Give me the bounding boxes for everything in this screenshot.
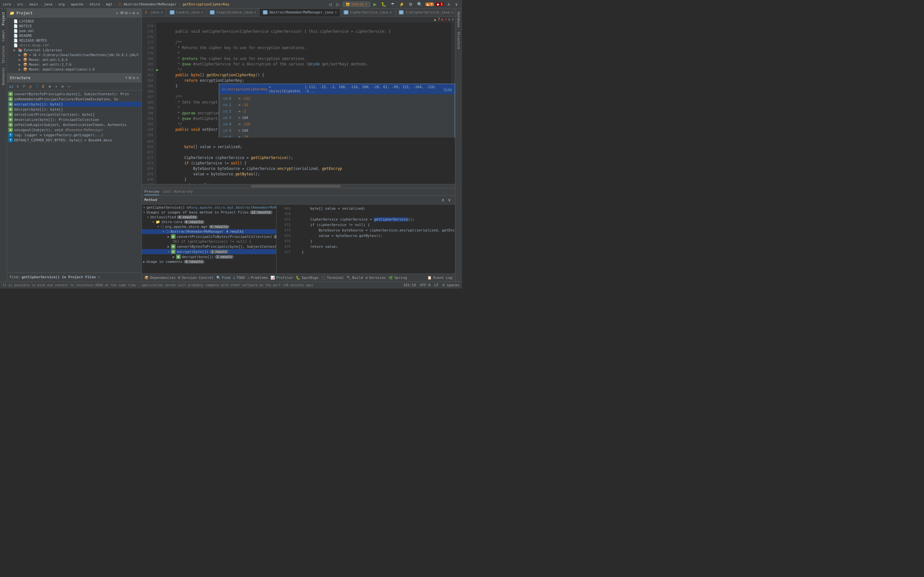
preview-tab-preview[interactable]: Preview (144, 189, 159, 195)
struct-field[interactable]: f (34, 84, 40, 89)
chevron-up-button[interactable]: ∧ (446, 1, 452, 7)
tab-close-icon[interactable]: ✕ (390, 10, 392, 15)
tab-close-icon[interactable]: ✕ (334, 10, 337, 15)
tree-item-aopalliance[interactable]: ▶ 📦 Maven: aopalliance:aopalliance:1.0 (7, 67, 142, 72)
struct-serialize[interactable]: m serialize(PrincipalCollection): byte[] (7, 112, 142, 117)
debug-item-5[interactable]: ○① 5 = 100 (219, 127, 455, 134)
struct-more[interactable]: ⋯ (66, 84, 72, 89)
chevron-down-button[interactable]: ∨ (454, 1, 459, 7)
struct-decrypt[interactable]: m decrypt(byte[]): byte[] (7, 107, 142, 112)
navigate-back-button[interactable]: ◁ (327, 1, 333, 7)
editor-horizontal-scrollbar[interactable] (142, 184, 455, 188)
sidebar-tab-bookmarks[interactable]: Bookmarks (1, 66, 6, 87)
find-result-org-pkg[interactable]: ▾ ⬡ org.apache.shiro.mgt 4 results (142, 224, 276, 229)
run-config[interactable]: 🐱 tomcat ▾ (342, 2, 370, 7)
find-result-usage-comments[interactable]: ▶ Usage in comments 8 results (142, 259, 276, 264)
tab-close-icon[interactable]: ✕ (201, 10, 204, 15)
second-code-content[interactable]: byte[] value = serialized; CipherService… (163, 137, 455, 184)
structure-sort-icon[interactable]: ⬍ (125, 75, 128, 80)
right-tab-structure[interactable]: Structure (456, 30, 461, 51)
struct-on-logout[interactable]: m onLogout(Subject): void #RememberMeMan… (7, 127, 142, 132)
struct-sort-az[interactable]: az (8, 84, 14, 89)
breadcrumb-main[interactable]: main (29, 2, 38, 6)
tool-todo[interactable]: ☑ TODO (233, 276, 245, 280)
code-editor[interactable]: 174 175 176 177 178 179 180 181 182 183 … (142, 22, 455, 137)
tree-item-release-notes[interactable]: 📄 RELEASE-NOTES (7, 38, 142, 43)
struct-convert-bytes[interactable]: m convertBytesToPrincipals(byte[], Subje… (7, 91, 142, 97)
breadcrumb-org[interactable]: org (58, 2, 65, 6)
sidebar-tab-structure[interactable]: Structure (1, 44, 6, 65)
tool-find[interactable]: 🔍 Find (216, 276, 231, 280)
tree-item-jdk[interactable]: ▶ 📦 < 16 > /Library/Java/JavaVirtualMach… (7, 53, 142, 57)
breadcrumb-src[interactable]: src (17, 2, 23, 6)
struct-encrypt[interactable]: m encrypt(byte[]): byte[] (7, 102, 142, 107)
struct-inherited[interactable]: ↑ (53, 84, 59, 89)
struct-public[interactable]: P (21, 84, 27, 89)
find-close-button[interactable]: × (98, 275, 100, 279)
struct-all[interactable]: ⊕ (47, 84, 53, 89)
debug-item-1[interactable]: ○① 1 = -15 (219, 102, 455, 108)
breadcrumb-core[interactable]: core (3, 2, 11, 6)
tool-dependencies[interactable]: 📦 Dependencies (144, 276, 176, 280)
debug-button[interactable]: 🐛 (380, 1, 388, 7)
tool-terminal[interactable]: ⬛ Terminal (321, 276, 344, 280)
tool-profiler[interactable]: 📊 Profiler (270, 276, 293, 280)
debug-item-4[interactable]: ○① 4 = -116 (219, 121, 455, 127)
debug-item-6[interactable]: ○① 6 = -28 (219, 134, 455, 137)
structure-settings-icon[interactable]: ⚙ (132, 75, 135, 80)
project-settings-icon[interactable]: ⚙ (132, 11, 135, 15)
tool-version-control[interactable]: ⑆ Version Control (178, 276, 213, 280)
tab-simplecookie[interactable]: ⬡ SimpleCookie.java ✕ (207, 9, 260, 17)
right-tab-database[interactable]: Database (456, 10, 461, 29)
tool-problems[interactable]: ⚠ Problems (247, 276, 268, 280)
tree-item-antlr[interactable]: ▶ 📦 Maven: ant:antlr:2.7.6 (7, 62, 142, 67)
struct-filter[interactable]: ⊘ (60, 84, 65, 89)
find-result-decrypt[interactable]: ▶ m decrypt(byte[]) 1 result (142, 254, 276, 259)
run-gutter-icon[interactable]: ▶ (156, 67, 159, 72)
tab-cipherservice[interactable]: ⬡ CipherService.java ✕ (341, 9, 396, 17)
project-dots-icon[interactable]: ⋯ (129, 11, 132, 15)
breadcrumb-method[interactable]: getEncryptionCipherKey (183, 2, 229, 6)
tree-item-shiro-doap[interactable]: 📄 shiro.doap.rdf (7, 43, 142, 48)
breadcrumb-class[interactable]: AbstractRememberMeManager (124, 2, 177, 6)
breadcrumb-java[interactable]: java (44, 2, 53, 6)
coverage-button[interactable]: ☂ (389, 1, 396, 7)
struct-default-cipher[interactable]: f DEFAULT_CIPHER_KEY_BYTES: byte[] = Bas… (7, 137, 142, 143)
find-result-code-361[interactable]: 361 if (getCipherService() != null) { (142, 239, 276, 244)
find-result-usages-header[interactable]: ▾ Usages or usages of base method in Pro… (142, 210, 276, 215)
chevron-up-scroll[interactable]: ∧ (448, 17, 451, 21)
tool-build[interactable]: 🔨 Build (347, 276, 363, 280)
find-result-method-header[interactable]: ▾ getCipherService() of org.apache.shiro… (142, 205, 276, 210)
tab-close-icon[interactable]: ✕ (254, 10, 256, 15)
find-code-preview[interactable]: 469 byte[] value = serialized; 470 471 C… (276, 205, 455, 274)
project-dropdown-icon[interactable]: ▾ (116, 11, 118, 15)
struct-private[interactable]: p (27, 84, 33, 89)
struct-on-failed-login[interactable]: m onFailedLogin(Subject, AuthenticationT… (7, 122, 142, 127)
second-code-area[interactable]: 469 470 471 472 473 474 475 476 477 byte… (142, 137, 455, 184)
tab-close-icon[interactable]: ✕ (451, 10, 454, 15)
tool-spring[interactable]: 🌿 Spring (389, 276, 407, 280)
project-collapse-icon[interactable]: ⊟ (125, 11, 128, 15)
chevron-down-scroll[interactable]: ∨ (451, 17, 454, 21)
find-result-convert-principals[interactable]: ▶ m convertPrincipalsToBytes(PrincipalCo… (142, 234, 276, 239)
tab-jcacipherservice[interactable]: ⬡ JcaCipherService.java ✕ (396, 9, 455, 17)
struct-sort-type[interactable]: ⬇ (15, 84, 21, 89)
sidebar-tab-project[interactable]: Project (1, 10, 6, 27)
run-button[interactable]: ▶ (372, 1, 378, 7)
breadcrumb-mgt[interactable]: mgt (106, 2, 113, 6)
find-result-shiro-core[interactable]: ▾ 📁 shiro-core 4 results (142, 219, 276, 224)
sidebar-tab-commit[interactable]: Commit (1, 28, 6, 43)
tree-item-ant[interactable]: ▶ 📦 Maven: ant:ant:1.6.5 (7, 57, 142, 62)
tab-close-icon[interactable]: ✕ (161, 10, 163, 15)
struct-on-remembered[interactable]: m onRememberedPrincipalFailure(RuntimeEx… (7, 97, 142, 102)
structure-collapse-icon[interactable]: ⊟ (129, 75, 132, 80)
struct-log-field[interactable]: f log: Logger = LoggerFactory.getLogger(… (7, 132, 142, 137)
debug-view-link[interactable]: View (444, 87, 452, 91)
breadcrumb-shiro[interactable]: shiro (89, 2, 100, 6)
debug-item-2[interactable]: ○① 2 = -2 (219, 108, 455, 115)
settings-button[interactable]: ⚙ (407, 1, 414, 7)
tool-services[interactable]: ⚙ Services (365, 276, 386, 280)
tree-item-notice[interactable]: 📄 NOTICE (7, 24, 142, 29)
tree-item-readme[interactable]: 📄 README (7, 33, 142, 38)
find-result-convert-bytes[interactable]: ▶ m convertBytesToPrincipals(byte[], Sub… (142, 244, 276, 249)
